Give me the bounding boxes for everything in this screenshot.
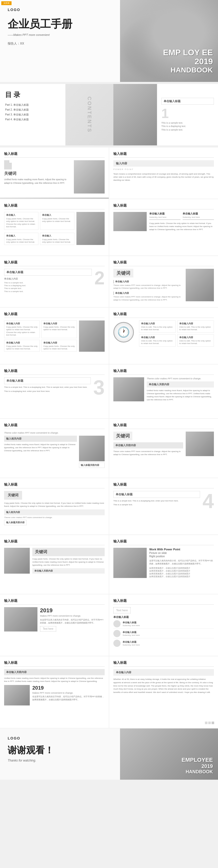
reporter: 报告人：XX [8,41,112,46]
slide-row-7: 输入标题 单击输入标题 This is a simple text. This … [0,365,218,418]
slide3-left: 输入标题 关键词 Unified fonts make reading more… [0,148,109,198]
big-num-5: 2 [94,269,105,287]
final-year: 2019 [201,763,213,769]
slide11-left-title: 输入标题 [4,598,105,604]
slide9-left-title: 输入标题 [4,482,105,488]
slide3-left-title: 输入标题 [4,152,105,158]
final-handbook: HANDBOOK [186,769,213,775]
thanks-en: Thanks for watching. [8,759,112,762]
col2-sub: Subentry, text here [183,216,214,218]
toc-title: 目 录 [5,90,60,99]
toc-image [113,84,157,145]
slide5-right: 输入标题 关键词 单击输入内容 These color makes PPT mo… [109,256,218,307]
s9r-body1: This is a simple text. This is a dusplay… [113,499,200,502]
slide3-left-body: Unified fonts make reading more fluent. … [4,178,71,185]
item2-text-5r: These color makes PPT more convenient to… [113,296,183,301]
s8r-body: These color makes PPT more convenient to… [113,450,183,456]
s6r-col3-text: Click to edit. This is the only option t… [141,340,174,345]
slide10-left-image [4,548,30,574]
slide10-left-title: 输入标题 [4,539,105,545]
slide6-right: 输入标题 单击输入内容 Click to edit. This is the o… [109,308,218,364]
person2-label: 单击输入标题 [122,631,140,634]
handbook-title: HANDBOOK [163,66,213,74]
slide-cover: 演界网 LOGO 企业员工手册 ——Makes PPT more conveni… [0,0,218,82]
section-input-9r[interactable]: 单击输入标题 [113,491,200,498]
clock-container [113,322,136,345]
year-12l: 2019 [32,685,105,691]
toc-item-2: Part 2. 单击输入标题 [5,108,60,112]
s9l-input[interactable]: 输入相关内容 [4,509,105,515]
people-label-11r: 单击输入标题 [113,615,214,619]
slide8-left: 输入标题 Theme color makes PPT more convenie… [0,419,109,478]
section-input[interactable]: 单击输入标题 [161,98,214,105]
person3-label: 单击输入标题 [122,641,140,644]
s9l-keyword2[interactable]: 输入标题关联内容 [4,520,27,525]
keyword-5r: 关键词 [113,269,133,277]
section-input-5[interactable]: 单击输入标题 [4,269,92,276]
slide4-left-title: 输入标题 [4,203,105,209]
logo: LOGO [8,8,112,12]
slide6-left: 输入标题 单击输入内容 Copy paste fonts. Choose the… [0,308,109,364]
item1-label: 单击输入 [6,214,36,217]
s8l-input[interactable]: 输入相关内容 [4,436,77,442]
s6l-col1-text: Copy paste fonts. Choose the only option… [6,326,38,337]
section-input-7l[interactable]: 单击输入标题 [4,377,91,384]
s10l-keyword2[interactable]: 单击输入关联内容 [32,568,105,574]
slide6-left-image [79,320,105,352]
slide9-right-title: 输入标题 [113,482,214,488]
text-here-11r[interactable]: Text here [113,607,131,613]
s12l-section[interactable]: 单击输入关联内容 [4,669,105,675]
thanks-cn: 谢谢观看！ [8,744,112,757]
clock-image [113,322,134,342]
slide12-left-image [4,685,30,706]
slide4-right-body: Copy paste fonts. Choose the only option… [149,222,214,231]
item2-label-5r: 单击输入内容 [113,291,183,295]
slide-row-6: 输入标题 单击输入内容 Copy paste fonts. Choose the… [0,308,218,364]
s6r-col3-label: 单击输入内容 [141,336,174,339]
slide5-left: 输入标题 单击输入标题 单击输入内容 This is a sample text… [0,256,109,307]
keyword-9l: 关键词 [8,493,19,498]
s10l-body: Copy paste fonts. Choose the only option… [32,558,105,567]
bottom-bar [0,197,109,198]
item1-text-5r: These color makes PPT more convenient to… [113,284,183,289]
slide5-right-title: 输入标题 [113,260,214,266]
input-content-5[interactable]: 单击输入内容 [4,277,92,281]
s9l-theme: Theme color makes PPT more convenient to… [4,516,105,519]
person-icon-3 [113,640,120,647]
toc-text3: This is a sample text. [161,128,214,132]
input-content-label[interactable]: 输入内容 [113,160,214,167]
s10r-body: 这里可以输入相关的内容介绍，也可以介绍产品特点。对于不同PPT的风格，如果想更换… [149,559,214,565]
item4-text: Copy paste fonts. Choose the only option… [42,238,72,244]
toc-item-1: Part 1. 单击输入标题 [5,103,60,107]
slide8-right: 输入标题 关键词 单击输入关联内容 These color makes PPT … [109,419,218,478]
slide3-right-body: Team means a comprehensive comprehension… [113,173,214,182]
s7r-section[interactable]: 单击输入关联内容 [147,381,214,388]
s6l-col1-label: 单击输入内容 [6,322,38,326]
s7l-body1: This is a simple text. This is a dusplay… [4,386,91,389]
s5-text1: This is a sample text. [4,281,92,284]
slide3-left-image [74,160,105,193]
col1-sub: Subentry, text here [149,216,181,218]
section-num: 1 [161,107,214,120]
slide-row-10: 输入标题 关键词 Copy paste fonts. Choose the on… [0,535,218,594]
big-num-9r: 4 [202,491,214,512]
s8l-keyword[interactable]: 输入标题关联内容 [79,463,105,468]
makes-11l: Makes PPT more convenient to change. [40,615,105,617]
big-num-7l: 3 [93,377,105,398]
final-logo: LOGO [8,736,112,740]
slide6-left-title: 输入标题 [4,312,105,318]
text-here-11l[interactable]: Text here [40,626,56,631]
slide12-left-title: 输入标题 [4,660,105,666]
slide-final: LOGO 谢谢观看！ Thanks for watching. EMPLOYEE… [0,728,218,780]
s8r-section[interactable]: 单击输入关联内容 [113,442,183,448]
slide10-left: 输入标题 关键词 Copy paste fonts. Choose the on… [0,535,109,594]
slide-row-3: 输入标题 关键词 Unified fonts make reading more… [0,148,218,198]
slide8-left-image [79,436,105,461]
keyword-10l: 关键词 [35,549,102,555]
slide7-right-title: 输入标题 [113,369,214,375]
s5-text4: This is a sample text. [4,290,92,293]
picture-on: Picture on slide [149,552,214,554]
s12r-section[interactable]: 单击输入内容 [113,669,214,676]
item3-label: 单击输入 [6,234,36,238]
s8l-body: Unified fonts make reading more fluent. … [4,443,77,452]
